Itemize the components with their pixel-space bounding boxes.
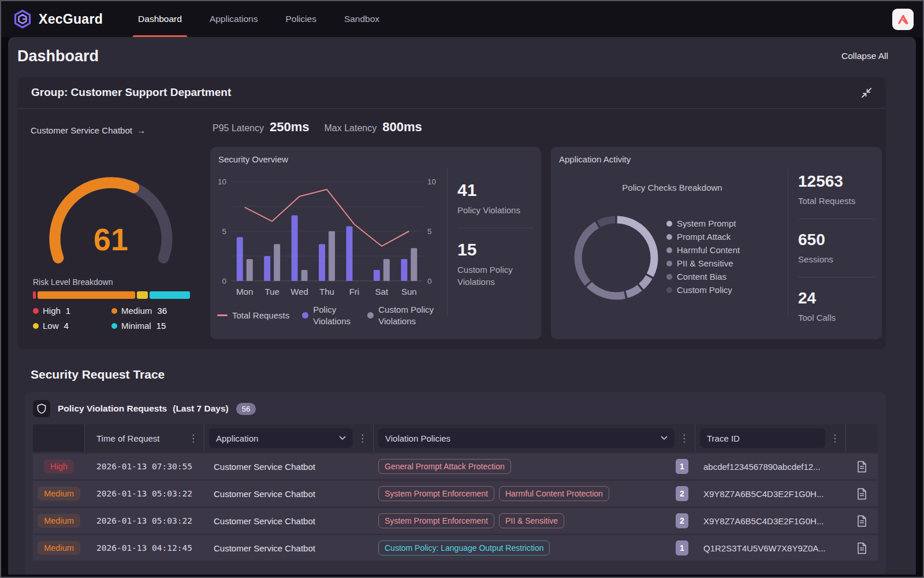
account-logo-button[interactable] xyxy=(892,9,914,30)
cell-time: 2026-01-13 05:03:22 xyxy=(85,508,204,533)
application-link[interactable]: Customer Service Chatbot → xyxy=(31,125,146,135)
legend-swatch-icon xyxy=(217,314,228,316)
security-overview-card: Security Overview 00551010MonTueWedThuFr… xyxy=(210,147,541,339)
xecguard-logo-icon xyxy=(13,9,32,29)
legend-swatch-icon xyxy=(367,312,374,318)
donut-legend-label: Content Bias xyxy=(677,272,726,281)
cell-document xyxy=(846,454,878,479)
stat-label: Policy Violations xyxy=(457,204,521,216)
stat-label: Total Requests xyxy=(798,195,874,207)
trace-table-body: High2026-01-13 07:30:55Customer Service … xyxy=(25,454,886,561)
risk-legend: High1Low4Medium36Minimal15 xyxy=(33,306,167,331)
collapse-all-button[interactable]: Collapse All xyxy=(841,51,888,61)
cell-violation-policies: Custom Policy: Language Output Restricti… xyxy=(374,535,695,561)
donut-legend-item-prompt-attack: Prompt Attack xyxy=(666,232,740,242)
svg-text:Wed: Wed xyxy=(290,287,308,297)
risk-legend-item-minimal: Minimal15 xyxy=(111,321,167,331)
risk-segment-minimal xyxy=(150,291,190,299)
policy-chip: Custom Policy: Language Output Restricti… xyxy=(378,540,550,555)
policy-count-badge: 1 xyxy=(676,459,688,474)
trace-section-title: Security Request Trace xyxy=(31,368,165,381)
cell-severity: Medium xyxy=(33,508,85,533)
svg-text:Tue: Tue xyxy=(264,287,279,297)
kebab-menu-icon[interactable]: ⋮ xyxy=(829,433,845,443)
risk-segment-medium xyxy=(38,291,135,299)
column-filter-select[interactable]: Violation Policies xyxy=(378,428,675,448)
latency-stats: P95 Latency250msMax Latency800ms xyxy=(213,120,437,135)
legend-item-custom-policy-violations: Custom Policy Violations xyxy=(367,304,441,327)
collapse-group-button[interactable] xyxy=(861,87,872,98)
trace-count-badge: 56 xyxy=(236,403,256,415)
severity-badge: Medium xyxy=(38,514,80,528)
donut-legend-item-custom-policy: Custom Policy xyxy=(666,285,740,295)
latency-value: 800ms xyxy=(382,120,422,135)
donut-legend-item-system-prompt: System Prompt xyxy=(666,218,740,228)
nav-links: DashboardApplicationsPoliciesSandbox xyxy=(135,1,382,37)
document-icon[interactable] xyxy=(857,515,867,527)
latency-label: Max Latency xyxy=(324,123,377,134)
chevron-down-icon xyxy=(661,436,668,440)
svg-text:10: 10 xyxy=(218,177,226,186)
legend-dot-icon xyxy=(111,323,117,329)
cell-severity: Medium xyxy=(33,481,85,506)
cell-document xyxy=(846,481,878,506)
document-icon[interactable] xyxy=(857,488,867,500)
risk-legend-item-low: Low4 xyxy=(33,321,111,331)
donut-legend-item-pii-sensitive: PII & Sensitive xyxy=(666,258,740,268)
svg-text:61: 61 xyxy=(94,222,128,257)
nav-item-applications[interactable]: Applications xyxy=(207,1,261,37)
svg-text:10: 10 xyxy=(427,177,436,186)
donut-legend-label: PII & Sensitive xyxy=(677,258,733,268)
nav-item-dashboard[interactable]: Dashboard xyxy=(135,1,185,37)
security-overview-chart: 00551010MonTueWedThuFriSatSun xyxy=(211,173,442,306)
header-cell-trace-id: Trace ID⋮ xyxy=(695,424,846,452)
table-row[interactable]: Medium2026-01-13 05:03:22Customer Servic… xyxy=(33,481,878,506)
cell-trace-id: X9Y8Z7A6B5C4D3E2F1G0H... xyxy=(695,508,846,533)
table-row[interactable]: Medium2026-01-13 04:12:45Customer Servic… xyxy=(33,535,878,561)
arrow-right-icon: → xyxy=(137,125,146,135)
nav-item-policies[interactable]: Policies xyxy=(282,1,319,37)
cell-trace-id: Q1R2S3T4U5V6W7X8Y9Z0A... xyxy=(695,535,846,561)
kebab-menu-icon[interactable]: ⋮ xyxy=(356,433,373,443)
risk-gauge: 61 xyxy=(42,169,180,266)
risk-legend-label: Low xyxy=(43,321,59,331)
donut-legend-label: Prompt Attack xyxy=(677,232,731,242)
table-row[interactable]: High2026-01-13 07:30:55Customer Service … xyxy=(33,454,878,479)
risk-legend-label: Medium xyxy=(121,306,152,316)
trace-panel: Policy Violation Requests (Last 7 Days) … xyxy=(25,392,886,575)
cell-violation-policies: System Prompt EnforcementPII & Sensitive… xyxy=(374,508,695,533)
cell-time: 2026-01-13 07:30:55 xyxy=(85,454,204,479)
chevron-down-icon xyxy=(339,436,346,440)
activity-stats: 12563Total Requests650Sessions24Tool Cal… xyxy=(798,172,874,324)
svg-text:Thu: Thu xyxy=(319,287,334,297)
vendor-mark-icon xyxy=(897,13,910,26)
application-activity-card: Application Activity Policy Checks Break… xyxy=(551,147,882,339)
application-activity-title: Application Activity xyxy=(559,154,631,164)
stat-value: 24 xyxy=(798,289,874,307)
column-filter-select[interactable]: Application xyxy=(209,428,353,448)
nav-item-label: Policies xyxy=(285,14,316,24)
stat-value: 650 xyxy=(798,231,874,249)
policy-checks-donut xyxy=(570,212,662,304)
column-label: Trace ID xyxy=(707,433,818,443)
document-icon[interactable] xyxy=(857,461,867,473)
nav-item-sandbox[interactable]: Sandbox xyxy=(341,1,382,37)
legend-dot-icon xyxy=(666,261,672,266)
column-filter-box[interactable]: Trace ID xyxy=(700,428,825,448)
group-title: Group: Customer Support Department xyxy=(31,86,231,99)
header-cell-violation-policies: Violation Policies⋮ xyxy=(374,424,695,452)
policy-chip: PII & Sensitive xyxy=(499,513,564,528)
severity-badge: Medium xyxy=(38,541,80,555)
card-divider xyxy=(447,169,448,317)
brand[interactable]: XecGuard xyxy=(13,9,103,29)
table-row[interactable]: Medium2026-01-13 05:03:22Customer Servic… xyxy=(33,508,878,533)
kebab-menu-icon[interactable]: ⋮ xyxy=(678,433,695,443)
legend-swatch-icon xyxy=(302,312,308,318)
document-icon[interactable] xyxy=(857,542,867,554)
stat-value: 15 xyxy=(457,240,534,260)
latency-value: 250ms xyxy=(270,120,310,135)
cell-document xyxy=(846,508,878,533)
risk-legend-value: 15 xyxy=(157,321,166,331)
legend-dot-icon xyxy=(666,274,672,280)
kebab-menu-icon[interactable]: ⋮ xyxy=(187,433,204,443)
